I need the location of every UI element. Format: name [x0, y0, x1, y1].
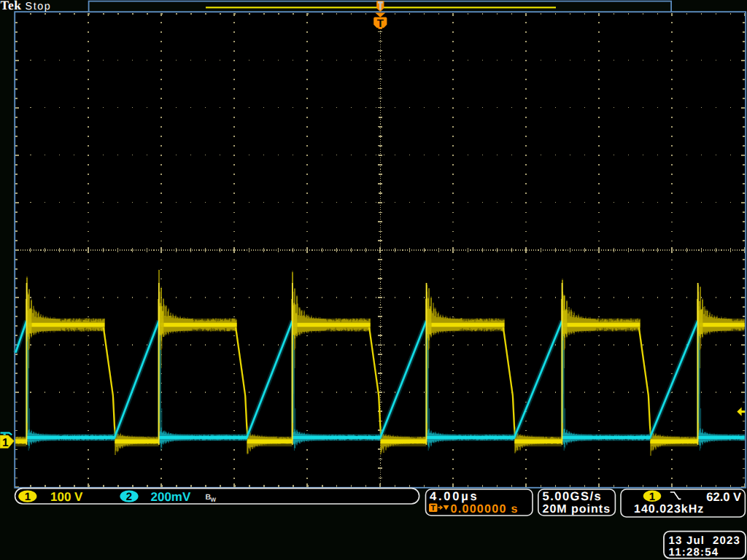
svg-text:1: 1 [649, 491, 655, 503]
svg-text:Tek: Tek [1, 0, 22, 12]
svg-text:Stop: Stop [26, 1, 52, 12]
svg-text:T: T [430, 504, 436, 513]
svg-text:0.000000 s: 0.000000 s [451, 503, 519, 516]
svg-text:2: 2 [126, 491, 132, 503]
svg-text:4.00µs: 4.00µs [430, 490, 479, 503]
svg-text:T: T [377, 18, 384, 30]
svg-text:140.023kHz: 140.023kHz [634, 503, 704, 516]
svg-text:1: 1 [2, 437, 9, 449]
svg-text:1: 1 [25, 491, 31, 503]
svg-text:200mV: 200mV [151, 490, 191, 504]
svg-text:5.00GS/s: 5.00GS/s [543, 490, 603, 503]
svg-text:100 V: 100 V [50, 490, 83, 504]
svg-text:W: W [211, 497, 217, 503]
svg-text:13 Jul 2023: 13 Jul 2023 [669, 534, 741, 547]
svg-text:20M points: 20M points [543, 503, 611, 516]
svg-text:62.0 V: 62.0 V [706, 491, 741, 504]
svg-text:11:28:54: 11:28:54 [669, 546, 719, 559]
